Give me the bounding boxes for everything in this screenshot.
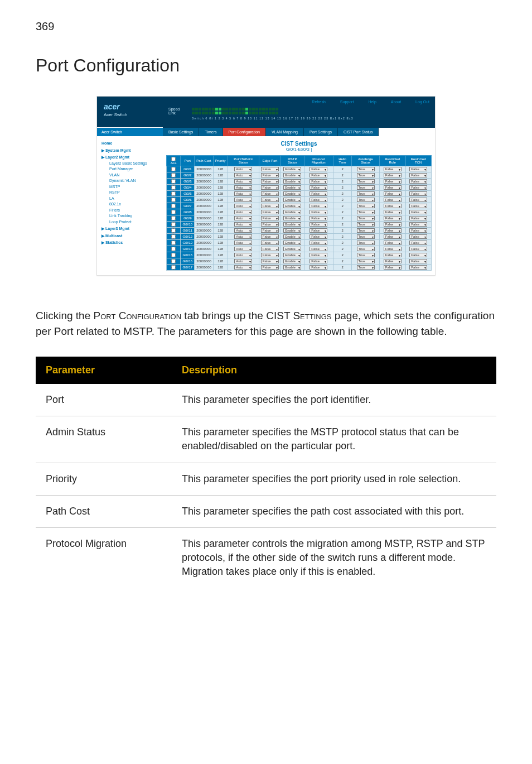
cell[interactable]: False — [304, 191, 333, 197]
cell[interactable]: False — [405, 172, 432, 179]
cell[interactable] — [167, 191, 181, 197]
tab-timers[interactable]: Timers — [199, 128, 223, 136]
mstp-select[interactable]: Enable — [283, 241, 301, 245]
mig-select[interactable]: False — [309, 265, 327, 270]
row-checkbox[interactable] — [171, 216, 176, 220]
nav-group[interactable]: ▶ Layer3 Mgmt — [101, 226, 161, 232]
util-link[interactable]: Help — [368, 100, 376, 104]
cell[interactable]: False — [379, 246, 405, 252]
cell[interactable]: Auto — [228, 258, 259, 265]
p2p-select[interactable]: Auto — [234, 228, 252, 233]
cell[interactable]: False — [379, 209, 405, 215]
row-checkbox[interactable] — [171, 198, 176, 202]
tab-port-settings[interactable]: Port Settings — [304, 128, 338, 136]
nav-item[interactable]: Layer2 Basic Settings — [109, 161, 161, 167]
p2p-select[interactable]: Auto — [234, 253, 252, 257]
cell[interactable]: Auto — [228, 209, 259, 215]
auto-select[interactable]: True — [357, 259, 375, 263]
cell[interactable]: False — [379, 203, 405, 209]
cell[interactable]: False — [259, 228, 280, 234]
cell[interactable]: Enable — [280, 234, 304, 240]
mig-select[interactable]: False — [309, 216, 327, 220]
cell[interactable]: True — [352, 185, 380, 191]
cell[interactable]: Gi0/3 — [181, 179, 195, 185]
mig-select[interactable]: False — [309, 222, 327, 227]
edge-select[interactable]: False — [261, 241, 279, 245]
cell[interactable]: Auto — [228, 228, 259, 234]
edge-select[interactable]: False — [261, 198, 279, 202]
cell[interactable] — [167, 258, 181, 265]
cell[interactable]: Gi0/11 — [181, 228, 195, 234]
cell[interactable]: False — [304, 252, 333, 258]
p2p-select[interactable]: Auto — [234, 191, 252, 196]
cell[interactable]: Enable — [280, 179, 304, 185]
cell[interactable]: Auto — [228, 197, 259, 203]
auto-select[interactable]: True — [357, 198, 375, 202]
cell[interactable]: Enable — [280, 172, 304, 179]
cell[interactable]: False — [379, 172, 405, 179]
rtcn-select[interactable]: False — [409, 204, 427, 208]
rrole-select[interactable]: False — [384, 247, 402, 251]
auto-select[interactable]: True — [357, 241, 375, 245]
util-link[interactable]: Support — [340, 100, 354, 104]
rtcn-select[interactable]: False — [409, 228, 427, 233]
rrole-select[interactable]: False — [384, 234, 402, 239]
cell[interactable]: False — [405, 222, 432, 228]
cell[interactable]: True — [352, 179, 380, 185]
auto-select[interactable]: True — [357, 253, 375, 257]
edge-select[interactable]: False — [261, 191, 279, 196]
cell[interactable]: Gi0/8 — [181, 209, 195, 215]
auto-select[interactable]: True — [357, 247, 375, 251]
row-checkbox[interactable] — [171, 204, 176, 208]
edge-select[interactable]: False — [261, 234, 279, 239]
nav-item[interactable]: 802.1x — [109, 201, 161, 208]
cell[interactable]: False — [304, 209, 333, 215]
cell[interactable]: False — [405, 215, 432, 222]
cell[interactable]: False — [259, 222, 280, 228]
cell[interactable]: True — [352, 246, 380, 252]
cell[interactable]: False — [379, 234, 405, 240]
nav-item[interactable]: Filters — [109, 208, 161, 214]
p2p-select[interactable]: Auto — [234, 216, 252, 220]
auto-select[interactable]: True — [357, 216, 375, 220]
cell[interactable] — [167, 172, 181, 179]
auto-select[interactable]: True — [357, 179, 375, 184]
cell[interactable]: False — [405, 191, 432, 197]
cell[interactable]: False — [259, 185, 280, 191]
cell[interactable]: False — [405, 258, 432, 265]
cell[interactable]: Auto — [228, 179, 259, 185]
cell[interactable]: Gi0/7 — [181, 203, 195, 209]
cell[interactable]: Auto — [228, 265, 259, 271]
cell[interactable]: True — [352, 209, 380, 215]
cell[interactable]: False — [405, 179, 432, 185]
rrole-select[interactable]: False — [384, 179, 402, 184]
cell[interactable]: Auto — [228, 185, 259, 191]
cell[interactable]: Enable — [280, 240, 304, 246]
cell[interactable]: True — [352, 197, 380, 203]
cell[interactable]: False — [379, 265, 405, 271]
cell[interactable]: True — [352, 240, 380, 246]
rrole-select[interactable]: False — [384, 191, 402, 196]
mstp-select[interactable]: Enable — [283, 228, 301, 233]
cell[interactable]: False — [259, 197, 280, 203]
cell[interactable]: False — [379, 166, 405, 172]
cell[interactable] — [167, 203, 181, 209]
cell[interactable]: Enable — [280, 258, 304, 265]
cell[interactable]: Enable — [280, 252, 304, 258]
cell[interactable]: False — [304, 215, 333, 222]
row-checkbox[interactable] — [171, 259, 176, 263]
cell[interactable]: False — [405, 234, 432, 240]
auto-select[interactable]: True — [357, 222, 375, 227]
cell[interactable]: False — [259, 179, 280, 185]
cell[interactable]: False — [405, 265, 432, 271]
mig-select[interactable]: False — [309, 259, 327, 263]
cell[interactable]: False — [259, 240, 280, 246]
p2p-select[interactable]: Auto — [234, 210, 252, 214]
mig-select[interactable]: False — [309, 173, 327, 177]
cell[interactable]: Enable — [280, 209, 304, 215]
cell[interactable]: Gi0/14 — [181, 246, 195, 252]
rtcn-select[interactable]: False — [409, 179, 427, 184]
cell[interactable]: Gi0/1 — [181, 166, 195, 172]
cell[interactable]: False — [304, 166, 333, 172]
edge-select[interactable]: False — [261, 253, 279, 257]
